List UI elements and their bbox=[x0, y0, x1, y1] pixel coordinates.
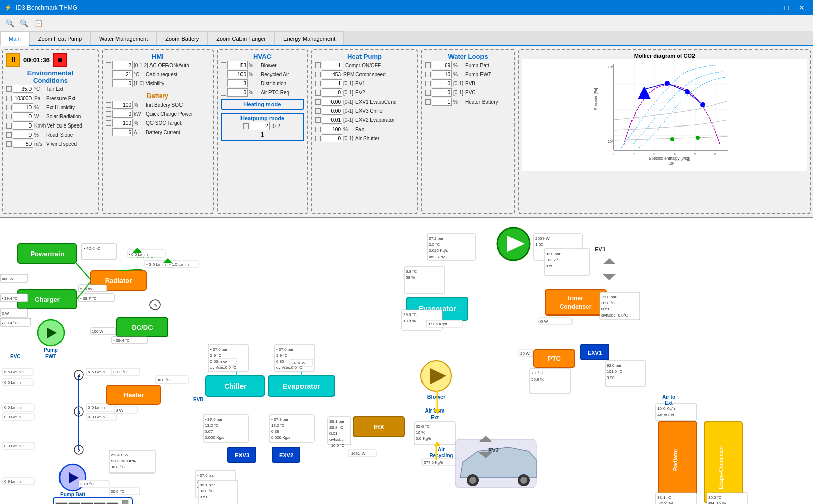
maximize-button[interactable]: □ bbox=[780, 3, 793, 13]
svg-text:10.0 Kg/h: 10.0 Kg/h bbox=[657, 406, 675, 411]
wl-unit-2: [0-1] bbox=[453, 81, 464, 86]
hmi-val-1[interactable]: 21 bbox=[112, 70, 133, 78]
minimize-button[interactable]: ─ bbox=[765, 3, 778, 13]
env-val-3[interactable]: 0 bbox=[13, 112, 33, 120]
hvac-cb-1[interactable] bbox=[221, 72, 226, 77]
tab-main[interactable]: Main bbox=[0, 32, 29, 46]
env-cb-5[interactable] bbox=[6, 132, 12, 138]
tool-magnify-icon[interactable]: 🔍 bbox=[4, 18, 15, 29]
wl-cb-1[interactable] bbox=[425, 72, 431, 77]
tab-zoom-heat-pump[interactable]: Zoom Heat Pump bbox=[29, 32, 91, 45]
env-unit-5: % bbox=[34, 132, 45, 138]
wl-cb-0[interactable] bbox=[425, 62, 431, 68]
batt-cb-1[interactable] bbox=[106, 111, 111, 117]
batt-val-3[interactable]: 6 bbox=[112, 128, 133, 136]
svg-text:92.0 bar: 92.0 bar bbox=[607, 363, 622, 368]
hp-cb-2[interactable] bbox=[315, 81, 321, 86]
env-row-6: 50 m/s V wind speed bbox=[6, 140, 95, 148]
env-val-5[interactable]: 0 bbox=[13, 131, 33, 139]
hmi-cb-1[interactable] bbox=[106, 72, 111, 77]
close-button[interactable]: ✕ bbox=[795, 3, 809, 13]
hmi-cb-0[interactable] bbox=[106, 62, 111, 68]
wl-val-2[interactable]: 0 bbox=[432, 79, 452, 87]
hp-val-7[interactable]: 100 bbox=[322, 125, 342, 133]
tab-zoom-cabin[interactable]: Zoom Cabin Fanger bbox=[207, 32, 275, 45]
batt-val-1[interactable]: 0 bbox=[112, 110, 133, 118]
env-cb-6[interactable] bbox=[6, 141, 12, 147]
env-val-4[interactable]: 0 bbox=[13, 121, 33, 130]
svg-text:30.0 °C: 30.0 °C bbox=[111, 465, 125, 469]
heatpump-cb[interactable] bbox=[243, 123, 249, 129]
hmi-unit-1: °C bbox=[134, 72, 145, 77]
hp-cb-0[interactable] bbox=[315, 62, 321, 68]
heatpump-mode-row: 2 [0-2] bbox=[223, 122, 302, 130]
hvac-val-2[interactable]: 3 bbox=[227, 79, 248, 87]
wl-cb-3[interactable] bbox=[425, 90, 431, 96]
tool-search2-icon[interactable]: 🔍 bbox=[18, 18, 29, 29]
wl-val-4[interactable]: 1 bbox=[432, 98, 452, 106]
hp-val-1[interactable]: 453 bbox=[322, 70, 342, 78]
wl-val-0[interactable]: 69 bbox=[432, 61, 452, 69]
hp-val-6[interactable]: 0.01 bbox=[322, 116, 342, 124]
batt-val-0[interactable]: 100 bbox=[112, 101, 133, 109]
svg-line-16 bbox=[667, 83, 687, 92]
hp-cb-8[interactable] bbox=[315, 136, 321, 141]
svg-text:0.0 L/min: 0.0 L/min bbox=[88, 405, 105, 410]
batt-cb-0[interactable] bbox=[106, 102, 111, 108]
stop-button[interactable]: ■ bbox=[53, 53, 67, 67]
env-cb-4[interactable] bbox=[6, 123, 12, 129]
tab-energy-management[interactable]: Energy Management bbox=[275, 32, 344, 45]
wl-val-1[interactable]: 10 bbox=[432, 70, 452, 78]
env-row-1: 103000 Pa Pressure Ext bbox=[6, 94, 95, 102]
wl-cb-4[interactable] bbox=[425, 99, 431, 105]
tab-water-management[interactable]: Water Management bbox=[91, 32, 157, 45]
hvac-val-3[interactable]: 0 bbox=[227, 88, 248, 97]
tool-clipboard-icon[interactable]: 📋 bbox=[33, 18, 44, 29]
env-val-0[interactable]: 35.0 bbox=[13, 85, 33, 93]
hp-lbl-5: EXV3 Chiller bbox=[355, 108, 384, 114]
hp-val-2[interactable]: 1 bbox=[322, 79, 342, 87]
env-val-1[interactable]: 103000 bbox=[13, 94, 33, 102]
hp-val-5[interactable]: 0.00 bbox=[322, 107, 342, 115]
hp-val-8[interactable]: 0 bbox=[322, 134, 342, 142]
hp-cb-4[interactable] bbox=[315, 99, 321, 105]
svg-text:⊕: ⊕ bbox=[153, 303, 157, 308]
wl-val-3[interactable]: 0 bbox=[432, 88, 452, 97]
heatpump-val[interactable]: 2 bbox=[250, 122, 270, 130]
svg-text:1.00: 1.00 bbox=[535, 242, 544, 247]
batt-val-2[interactable]: 100 bbox=[112, 119, 133, 127]
hvac-cb-3[interactable] bbox=[221, 90, 226, 96]
hp-val-0[interactable]: 1 bbox=[322, 61, 342, 69]
env-cb-2[interactable] bbox=[6, 105, 12, 110]
hp-cb-1[interactable] bbox=[315, 72, 321, 77]
env-val-6[interactable]: 50 bbox=[13, 140, 33, 148]
hp-cb-3[interactable] bbox=[315, 90, 321, 96]
env-cb-3[interactable] bbox=[6, 114, 12, 119]
tab-zoom-battery[interactable]: Zoom Battery bbox=[157, 32, 207, 45]
hvac-val-0[interactable]: 53 bbox=[227, 61, 248, 69]
hvac-lbl-2: Distribution bbox=[261, 81, 286, 86]
hp-cb-5[interactable] bbox=[315, 108, 321, 114]
env-val-2[interactable]: 10 bbox=[13, 103, 33, 111]
hp-cb-6[interactable] bbox=[315, 117, 321, 123]
env-cb-0[interactable] bbox=[6, 86, 12, 92]
hvac-cb-2[interactable] bbox=[221, 81, 226, 86]
pause-button[interactable]: ⏸ bbox=[6, 53, 20, 67]
hp-unit-4: [0-1] bbox=[343, 99, 354, 105]
hp-val-4[interactable]: 0.00 bbox=[322, 98, 342, 106]
hvac-cb-0[interactable] bbox=[221, 62, 226, 68]
svg-text:13.2 °C: 13.2 °C bbox=[205, 423, 219, 428]
env-cb-1[interactable] bbox=[6, 96, 12, 101]
hvac-val-1[interactable]: 100 bbox=[227, 70, 248, 78]
hmi-row-2: 0 [1-0] Visibility bbox=[106, 79, 209, 87]
hp-val-3[interactable]: 0 bbox=[322, 88, 342, 97]
hmi-val-0[interactable]: 2 bbox=[112, 61, 133, 69]
hp-cb-7[interactable] bbox=[315, 127, 321, 132]
wl-cb-2[interactable] bbox=[425, 81, 431, 86]
svg-text:31.0 °C: 31.0 °C bbox=[601, 301, 615, 305]
hmi-val-2[interactable]: 0 bbox=[112, 79, 133, 87]
batt-cb-2[interactable] bbox=[106, 120, 111, 126]
hvac-unit-1: % bbox=[249, 72, 260, 77]
batt-cb-3[interactable] bbox=[106, 130, 111, 135]
hmi-cb-2[interactable] bbox=[106, 81, 111, 86]
